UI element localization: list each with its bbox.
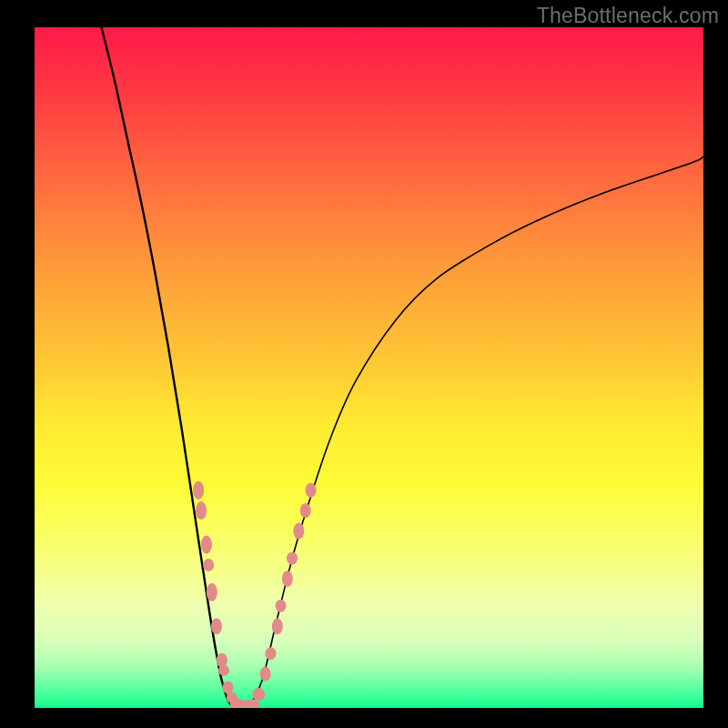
svg-point-20 [293,523,304,540]
svg-point-3 [203,559,214,571]
svg-point-19 [287,551,298,564]
watermark-text: TheBottleneck.com [537,4,719,28]
curve-right [248,157,703,708]
svg-point-4 [207,583,217,602]
svg-point-8 [222,682,233,694]
svg-point-7 [218,665,229,676]
svg-point-1 [196,501,207,520]
svg-point-21 [300,503,311,518]
curve-layer [35,27,703,708]
svg-point-18 [282,571,293,587]
svg-point-0 [193,481,204,500]
curve-markers [193,481,316,708]
svg-point-5 [211,618,222,634]
chart-frame: TheBottleneck.com [0,0,728,728]
svg-point-15 [265,647,276,660]
svg-point-16 [272,618,283,634]
svg-point-17 [275,600,286,612]
svg-point-22 [306,483,317,498]
svg-point-14 [260,667,271,682]
plot-area [35,27,703,708]
svg-point-2 [201,535,212,553]
svg-point-13 [252,688,265,701]
curve-left [102,27,236,708]
